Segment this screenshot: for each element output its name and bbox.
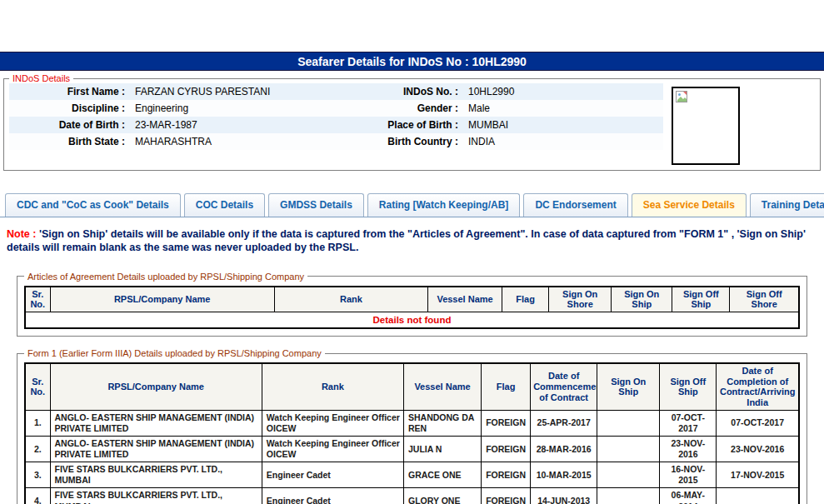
- cell-company: FIVE STARS BULKCARRIERS PVT. LTD., MUMBA…: [50, 462, 262, 488]
- tab-cdc-coc-as-cook-details[interactable]: CDC and "CoC as Cook" Details: [5, 193, 181, 217]
- header-flag: Flag: [482, 363, 531, 410]
- header-sign-off-shore: Sign Off Shore: [730, 287, 799, 312]
- header-srno: Sr. No.: [25, 363, 50, 410]
- cell-date-of-commencement: 28-MAR-2016: [531, 436, 597, 462]
- field-value-indos-no: 10HL2990: [463, 83, 663, 100]
- header-flag: Flag: [502, 287, 549, 312]
- cell-sign-on-ship: [597, 488, 660, 504]
- note-text: Note : 'Sign on Ship' details will be av…: [7, 227, 817, 255]
- header-sign-off-ship: Sign Off Ship: [672, 287, 730, 312]
- articles-of-agreement-section: Articles of Agreement Details uploaded b…: [17, 272, 807, 337]
- header-vessel-name: Vessel Name: [428, 287, 502, 312]
- cell-date-of-completion: [717, 488, 799, 504]
- cell-rank: Engineer Cadet: [262, 488, 403, 504]
- field-value-birth-state: MAHARASHTRA: [130, 133, 338, 150]
- form1-section: Form 1 (Earlier Form IIIA) Details uploa…: [17, 348, 807, 504]
- cell-srno: 2.: [25, 436, 50, 462]
- header-company: RPSL/Company Name: [50, 363, 262, 410]
- cell-flag: FOREIGN: [482, 462, 531, 488]
- field-label-gender: Gender :: [338, 100, 463, 117]
- field-value-place-of-birth: MUMBAI: [463, 117, 663, 133]
- indos-details-section: INDoS Details First Name : FARZAN CYRUS …: [3, 73, 821, 171]
- header-sign-on-shore: Sign On Shore: [549, 287, 612, 312]
- header-date-of-completion: Date of Completion of Contract/Arriving …: [717, 363, 799, 410]
- cell-vessel-name: GLORY ONE: [403, 488, 481, 504]
- field-value-gender: Male: [463, 100, 663, 117]
- form1-table: Sr. No. RPSL/Company Name Rank Vessel Na…: [24, 362, 800, 504]
- cell-sign-on-ship: [597, 462, 660, 488]
- table-header-row: Sr. No. RPSL/Company Name Rank Vessel Na…: [25, 363, 799, 410]
- header-vessel-name: Vessel Name: [403, 363, 481, 410]
- header-srno: Sr. No.: [25, 287, 50, 312]
- field-label-birth-state: Birth State :: [9, 133, 130, 150]
- field-label-discipline: Discipline :: [9, 100, 130, 117]
- cell-sign-on-ship: [597, 410, 660, 436]
- field-value-first-name: FARZAN CYRUS PARESTANI: [130, 83, 338, 100]
- table-row: Birth State : MAHARASHTRA Birth Country …: [9, 133, 663, 150]
- top-spacer: [0, 0, 824, 52]
- indos-details-legend: INDoS Details: [9, 73, 73, 83]
- table-header-row: Sr. No. RPSL/Company Name Rank Vessel Na…: [25, 287, 799, 312]
- header-company: RPSL/Company Name: [50, 287, 274, 312]
- tab-training-details[interactable]: Training Details: [750, 193, 824, 217]
- field-value-birth-country: INDIA: [463, 133, 663, 150]
- field-label-birth-country: Birth Country :: [338, 133, 463, 150]
- cell-flag: FOREIGN: [482, 488, 531, 504]
- tab-sea-service-details[interactable]: Sea Service Details: [632, 193, 747, 217]
- field-label-indos-no: INDoS No. :: [338, 83, 463, 100]
- cell-srno: 4.: [25, 488, 50, 504]
- cell-company: ANGLO- EASTERN SHIP MANAGEMENT (INDIA) P…: [50, 410, 262, 436]
- form1-legend: Form 1 (Earlier Form IIIA) Details uploa…: [24, 348, 325, 358]
- articles-table: Sr. No. RPSL/Company Name Rank Vessel Na…: [24, 286, 800, 330]
- tab-rating-watch-keeping-ab[interactable]: Rating [Watch Keeping/AB]: [367, 193, 521, 217]
- cell-date-of-commencement: 10-MAR-2015: [531, 462, 597, 488]
- field-label-date-of-birth: Date of Birth :: [9, 117, 130, 133]
- table-row: 4. FIVE STARS BULKCARRIERS PVT. LTD., MU…: [25, 488, 799, 504]
- cell-sign-off-ship: 16-NOV-2015: [660, 462, 717, 488]
- table-row: Date of Birth : 23-MAR-1987 Place of Bir…: [9, 117, 663, 133]
- cell-date-of-completion: 17-NOV-2015: [717, 462, 799, 488]
- cell-srno: 3.: [25, 462, 50, 488]
- table-row: First Name : FARZAN CYRUS PARESTANI INDo…: [9, 83, 663, 100]
- cell-sign-off-ship: 07-OCT-2017: [660, 410, 717, 436]
- cell-company: FIVE STARS BULKCARRIERS PVT. LTD., MUMBA…: [50, 488, 262, 504]
- cell-srno: 1.: [25, 410, 50, 436]
- cell-flag: FOREIGN: [482, 410, 531, 436]
- table-row: 1. ANGLO- EASTERN SHIP MANAGEMENT (INDIA…: [25, 410, 799, 436]
- header-sign-off-ship: Sign Off Ship: [660, 363, 717, 410]
- tab-dc-endorsement[interactable]: DC Endorsement: [523, 193, 627, 217]
- cell-vessel-name: GRACE ONE: [403, 462, 481, 488]
- field-label-place-of-birth: Place of Birth :: [338, 117, 463, 133]
- cell-vessel-name: JULIA N: [403, 436, 481, 462]
- cell-company: ANGLO- EASTERN SHIP MANAGEMENT (INDIA) P…: [50, 436, 262, 462]
- table-row: Details not found: [25, 312, 799, 328]
- cell-sign-off-ship: 23-NOV-2016: [660, 436, 717, 462]
- field-value-date-of-birth: 23-MAR-1987: [130, 117, 338, 133]
- note-prefix: Note :: [7, 228, 36, 240]
- cell-rank: Engineer Cadet: [262, 462, 403, 488]
- header-date-of-commencement: Date of Commencement of Contract: [531, 363, 597, 410]
- table-row: 2. ANGLO- EASTERN SHIP MANAGEMENT (INDIA…: [25, 436, 799, 462]
- field-value-discipline: Engineering: [130, 100, 338, 117]
- field-label-first-name: First Name :: [9, 83, 130, 100]
- cell-rank: Watch Keeping Engineer Officer OICEW: [262, 410, 403, 436]
- empty-message: Details not found: [25, 312, 799, 328]
- seafarer-photo: [672, 87, 740, 165]
- indos-details-table: First Name : FARZAN CYRUS PARESTANI INDo…: [9, 83, 663, 150]
- cell-flag: FOREIGN: [482, 436, 531, 462]
- note-body: 'Sign on Ship' details will be available…: [7, 228, 806, 253]
- cell-date-of-commencement: 25-APR-2017: [531, 410, 597, 436]
- cell-rank: Watch Keeping Engineer Officer OICEW: [262, 436, 403, 462]
- table-row: 3. FIVE STARS BULKCARRIERS PVT. LTD., MU…: [25, 462, 799, 488]
- tab-coc-details[interactable]: COC Details: [184, 193, 265, 217]
- cell-vessel-name: SHANDONG DA REN: [403, 410, 481, 436]
- table-row: Discipline : Engineering Gender : Male: [9, 100, 663, 117]
- tab-bar: CDC and "CoC as Cook" Details COC Detail…: [0, 193, 824, 217]
- header-sign-on-ship: Sign On Ship: [597, 363, 660, 410]
- cell-date-of-commencement: 14-JUN-2013: [531, 488, 597, 504]
- articles-legend: Articles of Agreement Details uploaded b…: [24, 272, 307, 282]
- tab-gmdss-details[interactable]: GMDSS Details: [268, 193, 364, 217]
- cell-date-of-completion: 07-OCT-2017: [717, 410, 799, 436]
- indos-details-content: First Name : FARZAN CYRUS PARESTANI INDo…: [9, 83, 815, 165]
- header-sign-on-ship: Sign On Ship: [612, 287, 672, 312]
